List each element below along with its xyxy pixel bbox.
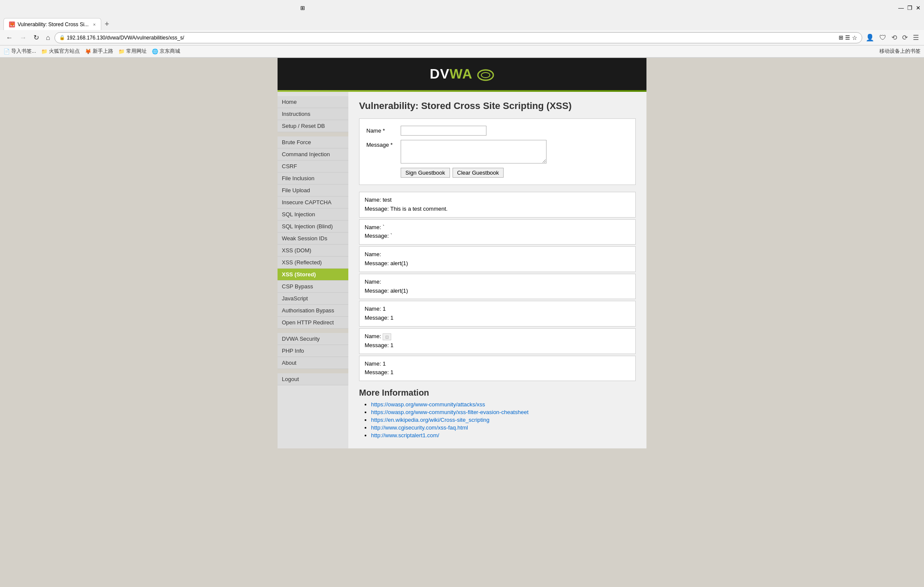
main-content: Vulnerability: Stored Cross Site Scripti… [348, 92, 646, 448]
sidebar-item-dvwa-security[interactable]: DVWA Security [278, 333, 348, 345]
guestbook-form: Name * Message * Sign Guestbook Clear Gu… [359, 118, 636, 185]
name-row: Name * [366, 126, 628, 136]
bookmark-firefox-label: 火狐官方站点 [49, 48, 80, 55]
site-header: DVWA [278, 58, 646, 90]
refresh-btn[interactable]: ↻ [31, 33, 42, 42]
bookmark-firefox[interactable]: 📁 火狐官方站点 [41, 48, 80, 55]
entry-name-4: Name: [365, 278, 630, 287]
nav-bar: ← → ↻ ⌂ 🔒 ⊞ ☰ ☆ 👤 🛡 ⟲ ⟳ ☰ [0, 30, 924, 45]
menu-btn[interactable]: ☰ [911, 33, 921, 42]
sidebar-item-xss-stored[interactable]: XSS (Stored) [278, 269, 348, 281]
guestbook-entry-7: Name: 1 Message: 1 [359, 356, 636, 381]
address-input[interactable] [67, 35, 837, 41]
forward-btn[interactable]: → [17, 33, 29, 42]
more-info-link-5[interactable]: http://www.scriptalert1.com/ [371, 432, 439, 439]
profile-btn[interactable]: 👤 [864, 33, 876, 42]
title-bar: ⊞ — ❐ ✕ [0, 0, 924, 15]
lock-icon: 🔒 [59, 35, 65, 40]
bookmark-common[interactable]: 📁 常用网址 [118, 48, 147, 55]
sidebar-item-instructions[interactable]: Instructions [278, 108, 348, 120]
back-btn[interactable]: ← [3, 33, 15, 42]
message-input[interactable] [401, 140, 547, 163]
name-label: Name * [366, 126, 401, 134]
sidebar-item-xss-reflected[interactable]: XSS (Reflected) [278, 257, 348, 269]
restore-icon[interactable]: ❐ [907, 5, 912, 11]
active-tab[interactable]: 🦊 Vulnerability: Stored Cross Si... × [3, 18, 101, 30]
name-input[interactable] [401, 126, 486, 136]
sidebar-item-csp-bypass[interactable]: CSP Bypass [278, 281, 348, 293]
more-info-link-1[interactable]: https://owasp.org/www-community/attacks/… [371, 401, 485, 408]
tab-close-btn[interactable]: × [93, 22, 96, 27]
entry-name-7: Name: 1 [365, 360, 630, 369]
bookmark-newbie[interactable]: 🦊 新手上路 [85, 48, 113, 55]
minimize-icon[interactable]: — [898, 5, 904, 11]
shield-btn[interactable]: 🛡 [878, 33, 888, 42]
guestbook-entry-1: Name: test Message: This is a test comme… [359, 192, 636, 218]
sidebar-item-file-upload[interactable]: File Upload [278, 185, 348, 197]
entry-name-6: Name: ⊡ [365, 332, 630, 341]
guestbook-entry-4: Name: Message: alert(1) [359, 274, 636, 300]
sidebar-item-javascript[interactable]: JavaScript [278, 293, 348, 305]
new-tab-btn[interactable]: + [101, 18, 113, 30]
reader-icon: ☰ [845, 34, 850, 41]
sidebar-item-csrf[interactable]: CSRF [278, 160, 348, 172]
list-item-4: http://www.cgisecurity.com/xss-faq.html [371, 424, 636, 431]
guestbook-entry-6: Name: ⊡ Message: 1 [359, 328, 636, 354]
form-buttons: Sign Guestbook Clear Guestbook [401, 168, 628, 178]
tab-bar: 🦊 Vulnerability: Stored Cross Si... × + [0, 15, 924, 30]
bookmark-import[interactable]: 📄 导入书签... [3, 48, 36, 55]
sidebar-item-sql-injection-blind[interactable]: SQL Injection (Blind) [278, 221, 348, 233]
entry-message-3: Message: alert(1) [365, 259, 630, 268]
bookmark-newbie-icon: 🦊 [85, 48, 91, 54]
sign-guestbook-btn[interactable]: Sign Guestbook [401, 168, 450, 178]
site-container: DVWA Home Instructions Setup / Reset DB … [278, 58, 646, 587]
sidebar-item-php-info[interactable]: PHP Info [278, 345, 348, 357]
entry-message-2: Message: ` [365, 232, 630, 241]
bookmarks-bar: 📄 导入书签... 📁 火狐官方站点 🦊 新手上路 📁 常用网址 🌐 京东商城 … [0, 45, 924, 57]
sidebar-item-insecure-captcha[interactable]: Insecure CAPTCHA [278, 197, 348, 209]
message-label: Message * [366, 140, 401, 148]
more-info-link-2[interactable]: https://owasp.org/www-community/xss-filt… [371, 409, 528, 415]
list-item-1: https://owasp.org/www-community/attacks/… [371, 401, 636, 408]
sidebar-item-authorisation-bypass[interactable]: Authorisation Bypass [278, 305, 348, 317]
clear-guestbook-btn[interactable]: Clear Guestbook [453, 168, 504, 178]
bookmark-jd[interactable]: 🌐 京东商城 [152, 48, 180, 55]
sidebar-item-xss-dom[interactable]: XSS (DOM) [278, 245, 348, 257]
list-item-5: http://www.scriptalert1.com/ [371, 432, 636, 439]
sidebar-item-setup[interactable]: Setup / Reset DB [278, 120, 348, 132]
sidebar-separator-1 [278, 132, 348, 136]
sidebar-item-command-injection[interactable]: Command Injection [278, 148, 348, 160]
home-btn[interactable]: ⌂ [43, 33, 53, 42]
sidebar-item-file-inclusion[interactable]: File Inclusion [278, 172, 348, 185]
address-bar[interactable]: 🔒 ⊞ ☰ ☆ [54, 32, 862, 43]
window-icon: ⊞ [300, 5, 305, 11]
dvwa-logo-highlight: WA [450, 66, 472, 82]
sidebar-item-sql-injection[interactable]: SQL Injection [278, 209, 348, 221]
entry-name-3: Name: [365, 250, 630, 259]
sidebar-item-brute-force[interactable]: Brute Force [278, 136, 348, 148]
bookmark-jd-icon: 🌐 [152, 48, 158, 54]
sidebar-item-about[interactable]: About [278, 357, 348, 369]
bookmark-newbie-label: 新手上路 [93, 48, 113, 55]
page-title: Vulnerability: Stored Cross Site Scripti… [359, 100, 636, 112]
more-info-link-4[interactable]: http://www.cgisecurity.com/xss-faq.html [371, 424, 468, 431]
tab-title: Vulnerability: Stored Cross Si... [18, 21, 89, 27]
guestbook-entry-3: Name: Message: alert(1) [359, 246, 636, 272]
list-item-3: https://en.wikipedia.org/wiki/Cross-site… [371, 417, 636, 423]
sidebar-item-home[interactable]: Home [278, 96, 348, 108]
extensions-icon: ⊞ [839, 34, 843, 41]
sidebar-item-open-http-redirect[interactable]: Open HTTP Redirect [278, 317, 348, 329]
sidebar-item-weak-session-ids[interactable]: Weak Session IDs [278, 233, 348, 245]
more-info-link-3[interactable]: https://en.wikipedia.org/wiki/Cross-site… [371, 417, 489, 423]
star-icon[interactable]: ☆ [852, 34, 858, 41]
bookmark-import-icon: 📄 [3, 48, 10, 54]
forward2-btn[interactable]: ⟳ [900, 33, 909, 42]
svg-point-1 [481, 73, 490, 78]
entry-message-1: Message: This is a test comment. [365, 205, 630, 214]
sidebar-item-logout[interactable]: Logout [278, 373, 348, 385]
mobile-bookmarks[interactable]: 移动设备上的书签 [879, 48, 921, 55]
back2-btn[interactable]: ⟲ [890, 33, 899, 42]
close-icon[interactable]: ✕ [916, 5, 921, 11]
dvwa-logo: DVWA [430, 66, 495, 82]
entry-name-2: Name: ` [365, 223, 630, 232]
